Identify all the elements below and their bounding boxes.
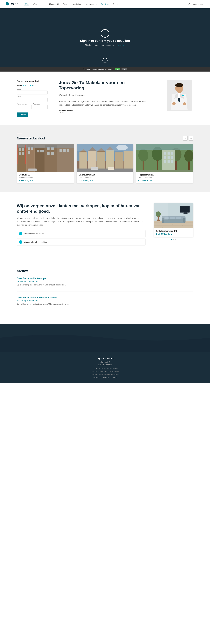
svg-rect-24 <box>37 150 39 152</box>
property-info-1: Bermuda 30 1606 WJ Zaandam € 475.000,- k… <box>17 172 74 184</box>
cookie-bar: Deze website maakt gebruik van cookies. … <box>0 67 210 72</box>
property-card-2[interactable]: Linnaeustraat 230 1093 EL Zaandam € 310.… <box>77 144 134 184</box>
svg-point-5 <box>175 83 183 87</box>
property-price-1: € 475.000,- k.k. <box>19 180 72 182</box>
service-icon-1: ✓ <box>19 232 22 235</box>
svg-rect-29 <box>47 152 49 155</box>
svg-rect-91 <box>180 206 189 212</box>
property-info-2: Linnaeustraat 230 1093 EL Zaandam € 310.… <box>77 172 134 184</box>
search-title: Zoeken in ons aanbod <box>17 80 48 82</box>
svg-rect-33 <box>67 149 69 152</box>
services-two-col: Wij ontzorgen onze klanten met verkopen,… <box>17 203 193 247</box>
news-section: Nieuws Onze Succesvolle Aankopen Geplaat… <box>0 258 210 324</box>
property-card-3[interactable]: Thijssestraat 167 1606 ZZ Zaandam € 270.… <box>136 144 193 184</box>
nav-right: Inloggen move.nl <box>188 3 204 6</box>
login-link[interactable]: Inloggen move.nl <box>192 3 204 5</box>
cookie-text: Deze website maakt gebruik van cookies. <box>83 68 114 70</box>
cookie-ok-button[interactable]: OK <box>115 68 120 70</box>
svg-point-54 <box>139 149 148 162</box>
featured-property-card[interactable]: Pinksterbloemweg 149 € 310.000,- k.k. <box>154 203 193 237</box>
rooms-label: Aantal kamers <box>17 103 32 105</box>
footer-link-contact[interactable]: Contact <box>112 377 117 379</box>
nav-contact[interactable]: Contact <box>113 3 119 5</box>
intro-body: Welkom bij Tulpar Makelaardij. Betrouwba… <box>59 94 151 107</box>
svg-rect-64 <box>168 152 170 154</box>
property-price-2: € 310.000,- k.k. <box>79 180 132 182</box>
tab-sep-1: ► <box>22 84 24 86</box>
svg-rect-26 <box>42 150 44 152</box>
services-right: Pinksterbloemweg 149 € 310.000,- k.k. <box>154 203 193 240</box>
services-title: Wij ontzorgen onze klanten met verkopen,… <box>17 203 146 214</box>
footer-link-disclaimer[interactable]: Disclaimer <box>93 377 100 379</box>
footer-btw: BTW: NL002636960556 | KvK: 80546680 <box>3 370 207 372</box>
service-item-1: ✓ Professionele netwerken <box>17 230 146 237</box>
nav-home[interactable]: Home <box>24 3 29 6</box>
place-select[interactable] <box>17 90 48 94</box>
tab-rent[interactable]: Huur <box>32 84 36 86</box>
news-title: Nieuws <box>17 269 193 273</box>
dot-1[interactable] <box>171 239 172 240</box>
search-sidebar: Zoeken in ons aanbod Beide ► Koop ► Huur… <box>17 80 48 117</box>
svg-point-0 <box>6 2 9 6</box>
service-label-2: Waardevolle prijsbegeleiding <box>24 241 47 243</box>
section-header: Nieuwste Aanbod ← → <box>17 136 193 140</box>
dots-nav <box>154 239 193 240</box>
street-label: Straat <box>17 96 48 98</box>
intro-author: Hikmet Çölkesen <box>59 110 151 112</box>
news-excerpt-1: Op zoek naar jouw droomwoning? Laat ons … <box>17 284 193 286</box>
svg-rect-32 <box>63 149 65 152</box>
property-img-2 <box>77 144 134 172</box>
service-item-2: ✓ Waardevolle prijsbegeleiding <box>17 238 146 246</box>
logo[interactable]: TULAAR <box>6 1 18 7</box>
place-label: Plaats <box>17 88 48 90</box>
hero-warning: ! Sign in to confirm you're not a bot Th… <box>80 29 130 46</box>
news-headline-1[interactable]: Onze Succesvolle Aankopen <box>17 277 193 280</box>
news-headline-2[interactable]: Onze Succesvolle Verkooptransacties <box>17 296 193 299</box>
featured-info: Pinksterbloemweg 149 € 310.000,- k.k. <box>154 228 193 237</box>
learn-more-link[interactable]: Learn more <box>115 44 125 46</box>
services-body: We nemen u werk uit handen door u te hel… <box>17 217 146 227</box>
property-card-1[interactable]: Bermuda 30 1606 WJ Zaandam € 475.000,- k… <box>17 144 74 184</box>
hero-subtitle: This helps protect our community. Learn … <box>85 44 125 46</box>
svg-point-10 <box>183 102 186 105</box>
rooms-select[interactable] <box>17 105 32 109</box>
svg-rect-31 <box>59 149 62 152</box>
newest-section: Nieuwste Aanbod ← → <box>0 125 210 192</box>
svg-rect-49 <box>91 168 98 170</box>
street-select[interactable] <box>17 98 48 102</box>
hero-title: Sign in to confirm you're not a bot <box>80 39 130 42</box>
tab-buy[interactable]: Koop <box>25 84 29 86</box>
svg-rect-50 <box>108 168 114 170</box>
search-street-field: Straat <box>17 96 48 102</box>
cookie-deny-button[interactable]: Oke <box>122 68 127 70</box>
svg-rect-71 <box>171 160 173 163</box>
svg-rect-93 <box>183 214 188 214</box>
tab-both[interactable]: Beide <box>17 84 22 86</box>
scroll-button[interactable]: ▼ <box>102 58 108 63</box>
nav-woningaanbod[interactable]: Woningaanbod <box>33 3 45 5</box>
nav-arrows: ← → <box>183 136 193 140</box>
search-button[interactable]: Zoeken <box>17 112 28 117</box>
nav-medewerkers[interactable]: Medewerkers <box>85 3 96 5</box>
nav-over-ons[interactable]: Over Ons <box>101 3 109 5</box>
footer-link-privacy[interactable]: Privacy <box>103 377 109 379</box>
navbar: TULAAR Home Woningaanbod Makelaardij Exp… <box>0 0 210 8</box>
dot-2[interactable] <box>173 239 174 240</box>
svg-rect-67 <box>168 156 170 159</box>
nav-links: Home Woningaanbod Makelaardij Expat Hypo… <box>24 3 188 6</box>
arrow-next[interactable]: → <box>189 136 193 140</box>
svg-rect-23 <box>28 151 30 154</box>
property-city-2: 1093 EL Zaandam <box>79 176 132 178</box>
news-excerpt-2: Ben je klaar om je woning te verkopen? M… <box>17 303 193 306</box>
arrow-prev[interactable]: ← <box>183 136 188 140</box>
area-select[interactable] <box>33 105 48 109</box>
featured-price: € 310.000,- k.k. <box>156 233 191 235</box>
nav-expat[interactable]: Expat <box>63 3 67 5</box>
nav-makelaardij[interactable]: Makelaardij <box>49 3 59 5</box>
nav-hypotheken[interactable]: Hypotheken <box>72 3 81 5</box>
svg-rect-35 <box>28 168 37 171</box>
svg-rect-73 <box>136 170 193 172</box>
dot-3[interactable] <box>175 239 176 240</box>
svg-point-60 <box>184 150 193 162</box>
svg-rect-48 <box>77 168 134 172</box>
